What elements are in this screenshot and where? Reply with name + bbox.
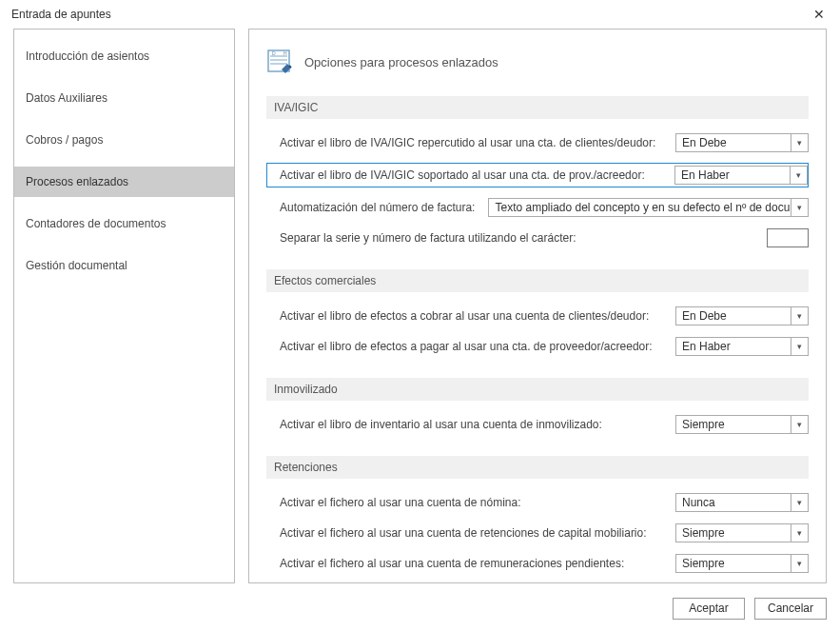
accept-button[interactable]: Aceptar [673,598,745,620]
row-iva-soportado: Activar el libro de IVA/IGIC soportado a… [266,163,809,187]
label-efectos-pagar: Activar el libro de efectos a pagar al u… [280,340,675,353]
select-value: Texto ampliado del concepto y en su defe… [495,201,790,214]
section-title-iva: IVA/IGIC [266,96,809,119]
label-remuneraciones: Activar el fichero al usar una cuenta de… [280,557,675,570]
sidebar-item-datos-auxiliares[interactable]: Datos Auxiliares [14,83,234,113]
sidebar-item-label: Gestión documental [26,259,127,272]
ledger-icon: D H [266,49,293,75]
close-button[interactable]: ✕ [797,0,840,29]
sidebar-item-label: Contadores de documentos [26,217,166,230]
chevron-down-icon: ▾ [791,524,808,542]
row-auto-factura: Automatización del número de factura: Te… [266,197,809,218]
label-inventario: Activar el libro de inventario al usar u… [280,418,675,431]
label-iva-soportado: Activar el libro de IVA/IGIC soportado a… [280,168,674,182]
button-label: Cancelar [768,601,813,615]
select-efectos-cobrar[interactable]: En Debe ▾ [675,306,809,325]
chevron-down-icon: ▾ [791,555,808,572]
select-value: Siempre [682,557,725,570]
select-value: En Debe [682,309,727,323]
section-title-retenciones: Retenciones [266,456,809,479]
content-header: D H Opciones para procesos enlazados [266,49,809,75]
sidebar-item-contadores-documentos[interactable]: Contadores de documentos [14,208,234,239]
label-iva-repercutido: Activar el libro de IVA/IGIC repercutido… [280,136,675,149]
input-separador[interactable] [767,228,809,247]
chevron-down-icon: ▾ [790,167,807,184]
sidebar-item-label: Datos Auxiliares [26,91,107,105]
sidebar-item-introduccion[interactable]: Introducción de asientos [14,41,234,71]
select-value: En Debe [682,136,727,149]
sidebar-item-procesos-enlazados[interactable]: Procesos enlazados [14,167,234,197]
titlebar: Entrada de apuntes ✕ [0,0,840,29]
select-iva-repercutido[interactable]: En Debe ▾ [675,133,809,152]
sidebar-item-label: Procesos enlazados [26,175,128,188]
sidebar-item-label: Cobros / pagos [26,133,103,147]
row-remuneraciones: Activar el fichero al usar una cuenta de… [266,553,809,574]
select-value: En Haber [681,168,730,182]
chevron-down-icon: ▾ [791,416,808,433]
window-title: Entrada de apuntes [11,8,111,21]
row-efectos-cobrar: Activar el libro de efectos a cobrar al … [266,306,809,326]
button-label: Aceptar [689,601,728,615]
row-iva-repercutido: Activar el libro de IVA/IGIC repercutido… [266,132,809,153]
close-icon: ✕ [813,7,825,22]
row-inventario: Activar el libro de inventario al usar u… [266,414,809,435]
select-auto-factura[interactable]: Texto ampliado del concepto y en su defe… [488,198,809,217]
chevron-down-icon: ▾ [791,199,808,216]
select-value: Siempre [682,418,725,431]
select-inventario[interactable]: Siempre ▾ [675,415,809,434]
chevron-down-icon: ▾ [791,494,808,511]
section-title-efectos: Efectos comerciales [266,269,809,292]
select-value: Siempre [682,526,725,540]
row-capital-mobiliario: Activar el fichero al usar una cuenta de… [266,523,809,543]
sidebar-item-cobros-pagos[interactable]: Cobros / pagos [14,125,234,155]
row-separador: Separar la serie y número de factura uti… [266,227,809,248]
row-nomina: Activar el fichero al usar una cuenta de… [266,492,809,513]
sidebar-item-label: Introducción de asientos [26,49,149,63]
sidebar-item-gestion-documental[interactable]: Gestión documental [14,250,234,281]
label-nomina: Activar el fichero al usar una cuenta de… [280,496,675,509]
select-remuneraciones[interactable]: Siempre ▾ [675,554,809,573]
section-title-inmovilizado: Inmovilizado [266,378,809,401]
select-capital-mobiliario[interactable]: Siempre ▾ [675,523,809,542]
row-efectos-pagar: Activar el libro de efectos a pagar al u… [266,336,809,357]
svg-text:H: H [283,50,287,56]
page-title: Opciones para procesos enlazados [304,55,498,69]
select-efectos-pagar[interactable]: En Haber ▾ [675,337,809,356]
chevron-down-icon: ▾ [791,307,808,325]
cancel-button[interactable]: Cancelar [754,598,827,620]
chevron-down-icon: ▾ [791,134,808,151]
footer: Aceptar Cancelar [0,585,840,631]
content-panel: D H Opciones para procesos enlazados IVA… [248,29,827,583]
select-iva-soportado[interactable]: En Haber ▾ [674,166,808,185]
select-value: Nunca [682,496,715,509]
svg-text:D: D [272,50,276,56]
label-efectos-cobrar: Activar el libro de efectos a cobrar al … [280,309,675,323]
select-value: En Haber [682,340,731,353]
sidebar: Introducción de asientos Datos Auxiliare… [13,29,235,583]
label-auto-factura: Automatización del número de factura: [280,201,488,214]
chevron-down-icon: ▾ [791,338,808,355]
label-separador: Separar la serie y número de factura uti… [280,231,767,245]
label-capital-mobiliario: Activar el fichero al usar una cuenta de… [280,526,675,540]
select-nomina[interactable]: Nunca ▾ [675,493,809,512]
